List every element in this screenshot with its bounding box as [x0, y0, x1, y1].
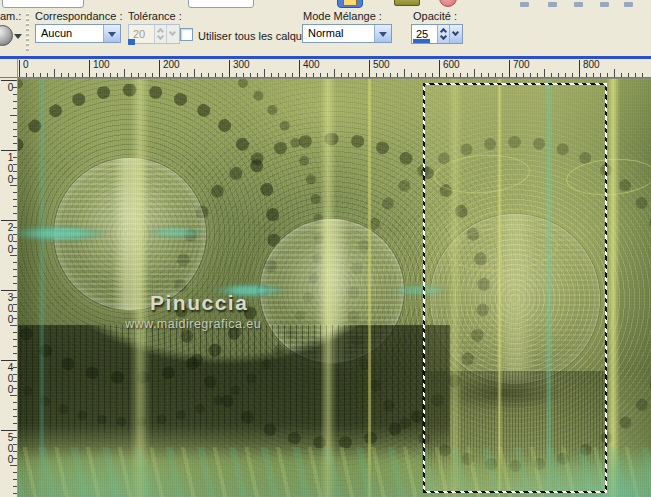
- horizontal-ruler[interactable]: 0 100 200 300 400 500 600 700 800: [18, 59, 651, 78]
- slider-handle[interactable]: [128, 39, 135, 45]
- h-ruler-label: 0: [19, 60, 29, 77]
- v-ruler-label: 500: [1, 430, 16, 465]
- v-ruler-label: 0: [1, 80, 16, 93]
- app-window: am.: Correspondance : Aucun Tolérance : …: [0, 0, 651, 497]
- clipped-icon: [520, 2, 529, 7]
- h-ruler-label: 400: [299, 60, 320, 77]
- v-ruler-label: 100: [1, 150, 16, 185]
- clipped-dropdown-icon: [188, 0, 254, 8]
- spinner-up-down-icon[interactable]: [154, 25, 166, 43]
- spinner-up-down-icon[interactable]: [437, 25, 449, 43]
- v-ruler-label: 400: [1, 360, 16, 395]
- tolerance-spinner[interactable]: 20: [128, 24, 180, 44]
- chevron-down-icon[interactable]: [374, 25, 391, 42]
- chevron-down-icon[interactable]: [103, 25, 120, 42]
- watermark-text: Pinuccia: [150, 291, 248, 315]
- opacity-progress-bar: [413, 39, 430, 43]
- correspondance-label: Correspondance :: [35, 10, 122, 22]
- h-ruler-label: 200: [159, 60, 180, 77]
- correspondance-value: Aucun: [41, 27, 72, 39]
- blend-mode-label: Mode Mélange :: [303, 10, 382, 22]
- h-ruler-label: 700: [509, 60, 530, 77]
- tolerance-label: Tolérance :: [128, 10, 182, 22]
- h-ruler-label: 300: [229, 60, 250, 77]
- v-ruler-label: 200: [1, 220, 16, 255]
- v-ruler-label: 300: [1, 290, 16, 325]
- tool-options-toolbar: am.: Correspondance : Aucun Tolérance : …: [0, 8, 651, 56]
- opacity-label: Opacité :: [413, 10, 457, 22]
- opacity-spinner[interactable]: 25: [411, 24, 463, 44]
- ruler-corner: [0, 59, 18, 78]
- h-ruler-label: 100: [89, 60, 110, 77]
- param-label: am.:: [0, 10, 21, 22]
- clipped-toolbar-icons: [0, 0, 651, 8]
- correspondance-dropdown[interactable]: Aucun: [35, 24, 121, 43]
- blend-mode-value: Normal: [308, 27, 343, 39]
- h-ruler-label: 600: [439, 60, 460, 77]
- blend-mode-dropdown[interactable]: Normal: [302, 24, 392, 43]
- save-icon[interactable]: [337, 0, 363, 8]
- toolbar-grip[interactable]: [26, 13, 29, 53]
- clipped-icon: [624, 2, 633, 7]
- image-canvas[interactable]: Pinuccia www.maidiregrafica.eu: [18, 78, 651, 497]
- h-ruler-label: 500: [369, 60, 390, 77]
- clipped-icon: [600, 2, 609, 7]
- chevron-down-icon[interactable]: [449, 25, 462, 43]
- vertical-ruler[interactable]: 0 100 200 300 400 500: [0, 78, 18, 497]
- watermark-url: www.maidiregrafica.eu: [125, 317, 261, 331]
- clipped-icon: [574, 2, 583, 7]
- h-ruler-label: 800: [579, 60, 600, 77]
- chevron-down-icon[interactable]: [166, 25, 179, 43]
- undo-icon[interactable]: [439, 0, 457, 7]
- sphere-icon[interactable]: [0, 25, 13, 46]
- chevron-down-icon[interactable]: [14, 34, 22, 39]
- folder-icon[interactable]: [394, 0, 420, 6]
- clipped-icon: [548, 2, 557, 7]
- use-all-layers-checkbox[interactable]: [180, 28, 193, 41]
- use-all-layers-label: Utiliser tous les calques: [198, 30, 314, 42]
- clipped-dropdown-icon: [2, 0, 84, 8]
- selection-marquee[interactable]: [423, 83, 607, 493]
